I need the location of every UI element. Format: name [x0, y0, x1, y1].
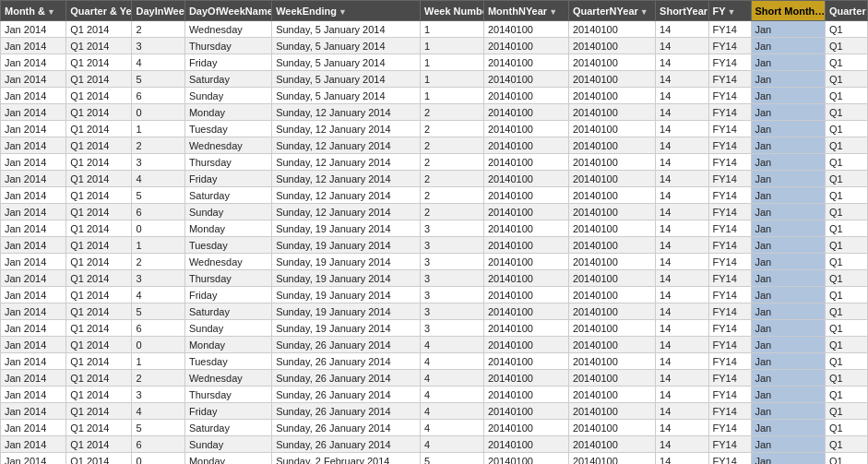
- cell-monthnyear: 20140100: [483, 88, 568, 104]
- table-row[interactable]: Jan 2014Q1 20142WednesdaySunday, 26 Janu…: [1, 370, 868, 387]
- table-row[interactable]: Jan 2014Q1 20144FridaySunday, 12 January…: [1, 171, 868, 187]
- cell-quarter: Q1 2014: [66, 403, 132, 420]
- table-row[interactable]: Jan 2014Q1 20142WednesdaySunday, 19 Janu…: [1, 254, 868, 270]
- cell-quarter: Q1 2014: [66, 220, 132, 237]
- cell-month: Jan 2014: [1, 38, 66, 54]
- col-header-monthnyear[interactable]: MonthNYear▼: [483, 1, 568, 21]
- col-header-month[interactable]: Month &▼: [1, 1, 66, 21]
- table-row[interactable]: Jan 2014Q1 20140MondaySunday, 2 February…: [1, 453, 868, 465]
- col-header-quarter[interactable]: Quarter & Year▼: [66, 1, 132, 21]
- cell-month: Jan 2014: [1, 137, 66, 154]
- cell-quarternyear: 20140100: [568, 137, 655, 154]
- table-row[interactable]: Jan 2014Q1 20146SundaySunday, 12 January…: [1, 204, 868, 220]
- col-header-dayofweekname[interactable]: DayOfWeekName▼: [184, 1, 271, 21]
- table-row[interactable]: Jan 2014Q1 20143ThursdaySunday, 26 Janua…: [1, 387, 868, 403]
- cell-dayinweek: 2: [132, 370, 184, 387]
- col-label-weekending: WeekEnding: [276, 6, 337, 17]
- cell-shortmonth: Jan: [751, 187, 825, 204]
- col-header-fy[interactable]: FY▼: [708, 1, 751, 21]
- table-row[interactable]: Jan 2014Q1 20140MondaySunday, 19 January…: [1, 220, 868, 237]
- cell-quarternyear: 20140100: [568, 21, 655, 38]
- cell-dayofweekname: Monday: [184, 453, 271, 465]
- cell-weeknumber: 5: [421, 453, 484, 465]
- cell-fy: FY14: [708, 303, 751, 320]
- cell-month: Jan 2014: [1, 436, 66, 453]
- cell-shortyear: 14: [656, 353, 708, 370]
- cell-month: Jan 2014: [1, 88, 66, 104]
- table-row[interactable]: Jan 2014Q1 20146SundaySunday, 26 January…: [1, 436, 868, 453]
- cell-shortmonth: Jan: [751, 121, 825, 137]
- cell-shortmonth: Jan: [751, 71, 825, 88]
- cell-month: Jan 2014: [1, 353, 66, 370]
- table-row[interactable]: Jan 2014Q1 20144FridaySunday, 5 January …: [1, 54, 868, 71]
- cell-quarter: Q1 2014: [66, 453, 132, 465]
- cell-dayinweek: 6: [132, 88, 184, 104]
- table-row[interactable]: Jan 2014Q1 20143ThursdaySunday, 19 Janua…: [1, 270, 868, 287]
- cell-dayofweekname: Sunday: [184, 88, 271, 104]
- table-row[interactable]: Jan 2014Q1 20145SaturdaySunday, 12 Janua…: [1, 187, 868, 204]
- cell-weeknumber: 2: [421, 187, 484, 204]
- table-row[interactable]: Jan 2014Q1 20145SaturdaySunday, 26 Janua…: [1, 420, 868, 436]
- cell-weekending: Sunday, 19 January 2014: [272, 287, 421, 303]
- cell-weeknumber: 2: [421, 121, 484, 137]
- table-row[interactable]: Jan 2014Q1 20146SundaySunday, 5 January …: [1, 88, 868, 104]
- cell-dayofweekname: Monday: [184, 104, 271, 121]
- cell-quarter: Q1 2014: [66, 104, 132, 121]
- cell-dayinweek: 2: [132, 254, 184, 270]
- cell-month: Jan 2014: [1, 171, 66, 187]
- col-header-weekending[interactable]: WeekEnding▼: [272, 1, 421, 21]
- cell-weeknumber: 2: [421, 204, 484, 220]
- table-row[interactable]: Jan 2014Q1 20145SaturdaySunday, 5 Januar…: [1, 71, 868, 88]
- cell-quarternyear: 20140100: [568, 387, 655, 403]
- cell-dayofweekname: Friday: [184, 287, 271, 303]
- col-header-quarternyear[interactable]: QuarterNYear▼: [568, 1, 655, 21]
- cell-dayofweekname: Wednesday: [184, 370, 271, 387]
- cell-dayofweekname: Sunday: [184, 204, 271, 220]
- cell-quarternyear: 20140100: [568, 453, 655, 465]
- table-row[interactable]: Jan 2014Q1 20142WednesdaySunday, 12 Janu…: [1, 137, 868, 154]
- cell-month: Jan 2014: [1, 287, 66, 303]
- cell-month: Jan 2014: [1, 403, 66, 420]
- table-row[interactable]: Jan 2014Q1 20140MondaySunday, 12 January…: [1, 104, 868, 121]
- cell-dayofweekname: Sunday: [184, 436, 271, 453]
- col-header-shortmonth[interactable]: Short Month▼: [751, 1, 825, 21]
- table-row[interactable]: Jan 2014Q1 20145SaturdaySunday, 19 Janua…: [1, 303, 868, 320]
- cell-quarterright: Q1: [825, 187, 867, 204]
- col-header-shortyear[interactable]: ShortYear▼: [656, 1, 708, 21]
- table-row[interactable]: Jan 2014Q1 20142WednesdaySunday, 5 Janua…: [1, 21, 868, 38]
- cell-shortyear: 14: [656, 320, 708, 337]
- table-row[interactable]: Jan 2014Q1 20141TuesdaySunday, 12 Januar…: [1, 121, 868, 137]
- table-row[interactable]: Jan 2014Q1 20141TuesdaySunday, 19 Januar…: [1, 237, 868, 254]
- table-row[interactable]: Jan 2014Q1 20143ThursdaySunday, 5 Januar…: [1, 38, 868, 54]
- table-row[interactable]: Jan 2014Q1 20141TuesdaySunday, 26 Januar…: [1, 353, 868, 370]
- table-row[interactable]: Jan 2014Q1 20140MondaySunday, 26 January…: [1, 337, 868, 353]
- cell-dayinweek: 4: [132, 287, 184, 303]
- cell-quarternyear: 20140100: [568, 370, 655, 387]
- cell-weekending: Sunday, 19 January 2014: [272, 320, 421, 337]
- col-header-quarterright[interactable]: Quarter▼: [825, 1, 867, 21]
- table-row[interactable]: Jan 2014Q1 20146SundaySunday, 19 January…: [1, 320, 868, 337]
- cell-quarternyear: 20140100: [568, 254, 655, 270]
- col-header-dayinweek[interactable]: DayInWeek▼: [132, 1, 184, 21]
- col-header-weeknumber[interactable]: Week Number▼: [421, 1, 484, 21]
- cell-quarternyear: 20140100: [568, 171, 655, 187]
- cell-quarterright: Q1: [825, 171, 867, 187]
- cell-weekending: Sunday, 26 January 2014: [272, 370, 421, 387]
- cell-shortyear: 14: [656, 121, 708, 137]
- cell-dayofweekname: Friday: [184, 171, 271, 187]
- cell-weeknumber: 3: [421, 237, 484, 254]
- cell-shortmonth: Jan: [751, 88, 825, 104]
- table-row[interactable]: Jan 2014Q1 20143ThursdaySunday, 12 Janua…: [1, 154, 868, 171]
- cell-month: Jan 2014: [1, 453, 66, 465]
- cell-shortmonth: Jan: [751, 287, 825, 303]
- table-row[interactable]: Jan 2014Q1 20144FridaySunday, 19 January…: [1, 287, 868, 303]
- cell-quarternyear: 20140100: [568, 303, 655, 320]
- cell-dayofweekname: Saturday: [184, 420, 271, 436]
- cell-shortyear: 14: [656, 254, 708, 270]
- cell-quarterright: Q1: [825, 387, 867, 403]
- cell-shortmonth: Jan: [751, 38, 825, 54]
- cell-quarterright: Q1: [825, 38, 867, 54]
- cell-monthnyear: 20140100: [483, 403, 568, 420]
- table-row[interactable]: Jan 2014Q1 20144FridaySunday, 26 January…: [1, 403, 868, 420]
- cell-quarternyear: 20140100: [568, 337, 655, 353]
